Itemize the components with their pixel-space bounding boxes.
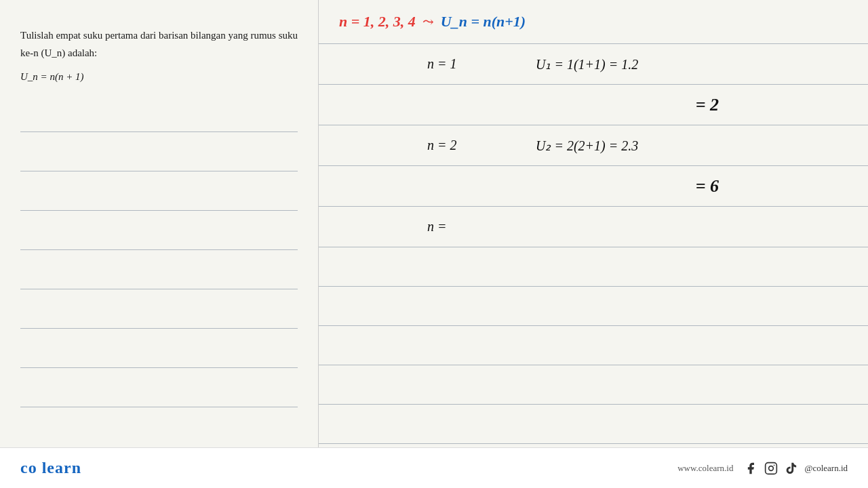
svg-point-1	[769, 466, 774, 470]
arrow-symbol: ⤳	[422, 14, 434, 30]
main-content: Tulislah empat suku pertama dari barisan…	[0, 0, 868, 447]
empty-row-3	[319, 326, 868, 365]
u2-result: = 6	[696, 176, 719, 197]
solution-row-2a: n = 2 U₂ = 2(2+1) = 2.3	[319, 125, 868, 166]
facebook-icon	[743, 461, 758, 476]
solution-row-1b: = 2	[319, 85, 868, 125]
empty-row-1	[319, 247, 868, 287]
problem-instruction: Tulislah empat suku pertama dari barisan…	[20, 27, 298, 62]
right-panel: n = 1, 2, 3, 4 ⤳ U_n = n(n+1) n = 1 U₁ =…	[319, 0, 868, 447]
website-url: www.colearn.id	[677, 463, 733, 474]
n-values-red: n = 1, 2, 3, 4	[339, 13, 416, 30]
n2-label: n = 2	[427, 138, 457, 153]
n3-label: n =	[427, 219, 447, 235]
footer-right: www.colearn.id @c	[677, 461, 848, 476]
solution-row-3: n =	[319, 207, 868, 247]
solution-row-2b: = 6	[319, 166, 868, 207]
problem-formula: U_n = n(n + 1)	[20, 68, 298, 86]
u1-expression: U₁ = 1(1+1) = 1.2	[536, 56, 638, 73]
n1-label: n = 1	[427, 56, 457, 72]
un-formula-blue: U_n = n(n+1)	[441, 13, 526, 30]
u2-expression: U₂ = 2(2+1) = 2.3	[536, 138, 638, 154]
svg-rect-0	[766, 462, 777, 474]
solution-row-1a: n = 1 U₁ = 1(1+1) = 1.2	[319, 44, 868, 85]
instagram-icon	[764, 461, 778, 476]
social-handle: @colearn.id	[804, 463, 848, 474]
solution-header: n = 1, 2, 3, 4 ⤳ U_n = n(n+1)	[319, 0, 868, 44]
social-icons: @colearn.id	[743, 461, 848, 476]
empty-row-5	[319, 405, 868, 444]
empty-row-4	[319, 365, 868, 405]
brand-logo: co learn	[20, 459, 81, 477]
footer: co learn www.colearn.id	[0, 447, 868, 488]
svg-point-2	[774, 464, 775, 466]
empty-row-2	[319, 287, 868, 326]
u1-result: = 2	[696, 95, 719, 115]
left-panel: Tulislah empat suku pertama dari barisan…	[0, 0, 319, 447]
tiktok-icon	[784, 461, 799, 476]
